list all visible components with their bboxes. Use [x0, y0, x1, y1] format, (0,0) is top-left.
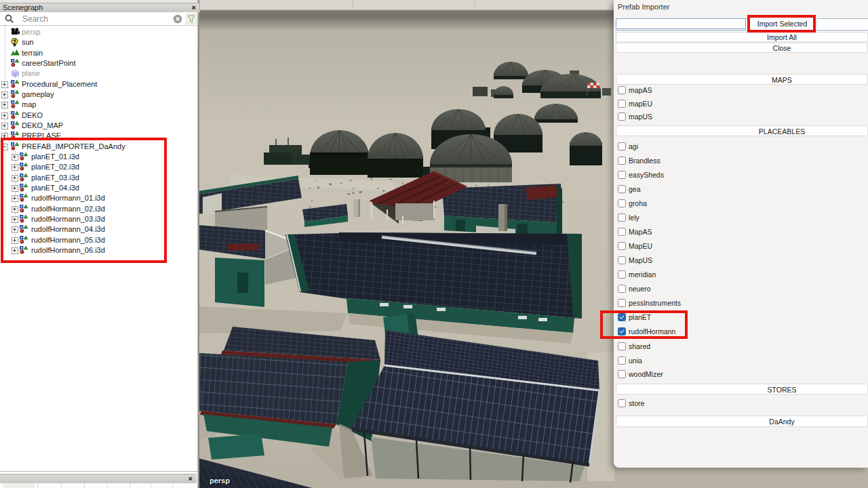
svg-text:persp: persp	[210, 476, 230, 485]
